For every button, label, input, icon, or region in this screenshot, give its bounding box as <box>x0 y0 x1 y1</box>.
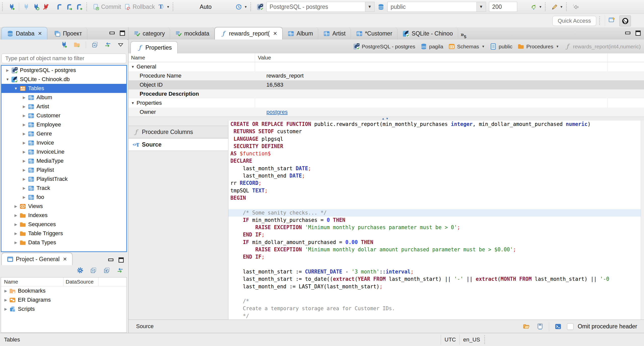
refresh-button[interactable]: ▾ <box>529 3 543 11</box>
link-editor-button[interactable] <box>115 266 125 274</box>
sidebar-tab-проект[interactable]: Проект <box>49 27 87 40</box>
editor-tab-rewards-report[interactable]: ƒrewards_report(✕ <box>215 27 283 40</box>
expander-open-icon[interactable]: ▼ <box>4 77 11 81</box>
expander-open-icon[interactable]: ▼ <box>12 86 19 90</box>
editor-tab-artist[interactable]: Artist <box>318 27 351 40</box>
editor-tab-customer[interactable]: *Customer <box>351 27 398 40</box>
minimize-icon[interactable] <box>107 257 114 263</box>
tree-item-playlisttrack[interactable]: ▶PlaylistTrack <box>2 175 126 184</box>
new-sql-editor-button[interactable] <box>74 3 84 11</box>
owner-link[interactable]: postgres <box>266 109 288 115</box>
column-value[interactable]: Value <box>255 55 271 61</box>
edit-button[interactable]: ▾ <box>550 3 564 11</box>
expander-closed-icon[interactable]: ▶ <box>21 105 28 109</box>
tree-item-data-types[interactable]: ▶Data Types <box>2 238 126 247</box>
maximize-icon[interactable] <box>635 30 641 37</box>
code-scrollbar[interactable] <box>641 121 644 320</box>
tree-item-mediatype[interactable]: ▶MediaType <box>2 156 126 165</box>
folder-new-button[interactable] <box>72 41 82 49</box>
expander-closed-icon[interactable]: ▶ <box>21 186 28 190</box>
quick-access-input[interactable] <box>552 16 596 26</box>
expander-closed-icon[interactable]: ▶ <box>12 213 19 217</box>
console-button[interactable] <box>553 322 563 331</box>
tab-overflow-button[interactable]: »5 <box>461 31 466 40</box>
expander-closed-icon[interactable]: ▶ <box>12 240 19 245</box>
fetch-size-input[interactable] <box>489 2 517 12</box>
grid-row-procedure-name[interactable]: Procedure Namerewards_report <box>129 71 644 80</box>
auto-commit-mode[interactable]: Auto <box>177 0 234 14</box>
collapse-all-button[interactable] <box>89 266 98 274</box>
column-name[interactable]: Name <box>1 278 64 286</box>
column-datasource[interactable]: DataSource <box>64 278 99 286</box>
expander-closed-icon[interactable]: ▶ <box>12 222 19 226</box>
close-icon[interactable]: ✕ <box>273 30 277 37</box>
dropdown-caret-icon[interactable]: ▼ <box>481 45 485 48</box>
tree-item-sqlite-chinook-db[interactable]: ▼SQLite - Chinook.db <box>2 75 126 84</box>
database-combo[interactable]: public▼ <box>387 2 486 12</box>
rollback-button[interactable]: Rollback <box>123 3 156 11</box>
expander-closed-icon[interactable]: ▶ <box>21 95 28 99</box>
expander-closed-icon[interactable]: ▶ <box>12 231 19 235</box>
disconnect-button[interactable] <box>41 3 51 11</box>
breadcrumb-rewards-report-int4-numeric[interactable]: ƒrewards_report(int4,numeric) <box>564 43 641 50</box>
group-expander-icon[interactable]: ▼ <box>131 101 135 105</box>
tab-properties[interactable]: ƒ Properties <box>131 41 178 54</box>
grid-row-procedure-description[interactable]: Procedure Description <box>129 89 644 98</box>
maximize-icon[interactable] <box>119 30 126 37</box>
active-datasource-icon[interactable] <box>255 3 265 11</box>
expander-closed-icon[interactable]: ▶ <box>3 298 9 302</box>
save-button[interactable] <box>535 322 545 331</box>
commit-button[interactable]: Commit <box>91 3 123 11</box>
project-item-bookmarks[interactable]: ▶Bookmarks <box>1 286 127 295</box>
expander-closed-icon[interactable]: ▶ <box>21 168 28 172</box>
locale-label[interactable]: en_US <box>463 336 480 343</box>
breadcrumb-pagila[interactable]: pagila <box>420 43 443 50</box>
expander-closed-icon[interactable]: ▶ <box>21 195 28 199</box>
breadcrumb-schemas[interactable]: Schemas▼ <box>448 43 485 50</box>
maximize-icon[interactable] <box>118 257 125 263</box>
grid-row-general[interactable]: ▼General <box>129 62 644 71</box>
tree-item-indexes[interactable]: ▶Indexes <box>2 211 126 220</box>
dbeaver-perspective-button[interactable] <box>619 15 631 26</box>
expander-closed-icon[interactable]: ▶ <box>12 204 19 208</box>
transaction-log-button[interactable]: ▾ <box>234 3 248 11</box>
breadcrumb-postgresql-postgres[interactable]: PostgreSQL - postgres <box>353 43 415 50</box>
editor-tab-sqlite-chinoo[interactable]: SQLite - Chinoo <box>397 27 458 40</box>
tree-item-postgresql-postgres[interactable]: ▶PostgreSQL - postgres <box>2 66 126 75</box>
column-name[interactable]: Name <box>129 55 255 61</box>
subtab-source[interactable]: <>TSource <box>129 138 228 151</box>
new-connection-button[interactable] <box>7 3 17 11</box>
expander-closed-icon[interactable]: ▶ <box>21 114 28 118</box>
close-icon[interactable]: ✕ <box>63 256 67 262</box>
expander-closed-icon[interactable]: ▶ <box>3 289 9 293</box>
minimize-icon[interactable] <box>109 30 115 37</box>
combo-arrow-icon[interactable]: ▼ <box>365 2 374 12</box>
breadcrumb-procedures[interactable]: Procedures▼ <box>517 43 559 50</box>
open-perspective-icon[interactable] <box>608 16 615 23</box>
expander-closed-icon[interactable]: ▶ <box>3 307 9 311</box>
expander-closed-icon[interactable]: ▶ <box>21 159 28 163</box>
editor-tab-album[interactable]: Album <box>283 27 318 40</box>
sql-editor-button[interactable] <box>55 3 65 11</box>
tree-item-genre[interactable]: ▶Genre <box>2 129 126 138</box>
expander-closed-icon[interactable]: ▶ <box>4 68 11 72</box>
sidebar-tab-databa[interactable]: Databa✕ <box>2 27 47 40</box>
menu-down-button[interactable] <box>116 41 126 49</box>
grid-row-object-id[interactable]: Object ID16,583 <box>129 80 644 89</box>
group-expander-icon[interactable]: ▼ <box>131 65 135 69</box>
project-item-scripts[interactable]: ▶Scripts <box>1 304 127 314</box>
minimize-icon[interactable] <box>624 30 631 37</box>
expander-closed-icon[interactable]: ▶ <box>21 177 28 181</box>
tree-item-artist[interactable]: ▶Artist <box>2 102 126 111</box>
tree-item-track[interactable]: ▶Track <box>2 184 126 193</box>
grid-row-owner[interactable]: Ownerpostgres <box>129 108 644 117</box>
dropdown-caret-icon[interactable]: ▾ <box>540 5 542 9</box>
expander-closed-icon[interactable]: ▶ <box>21 141 28 145</box>
editor-tab-category[interactable]: category <box>129 27 170 40</box>
gear-button[interactable] <box>75 266 85 274</box>
open-file-button[interactable] <box>521 322 531 331</box>
expand-all-button[interactable] <box>102 266 112 274</box>
dropdown-caret-icon[interactable]: ▾ <box>245 5 247 9</box>
dropdown-caret-icon[interactable]: ▾ <box>560 5 562 9</box>
tree-item-table-triggers[interactable]: ▶Table Triggers <box>2 229 126 238</box>
